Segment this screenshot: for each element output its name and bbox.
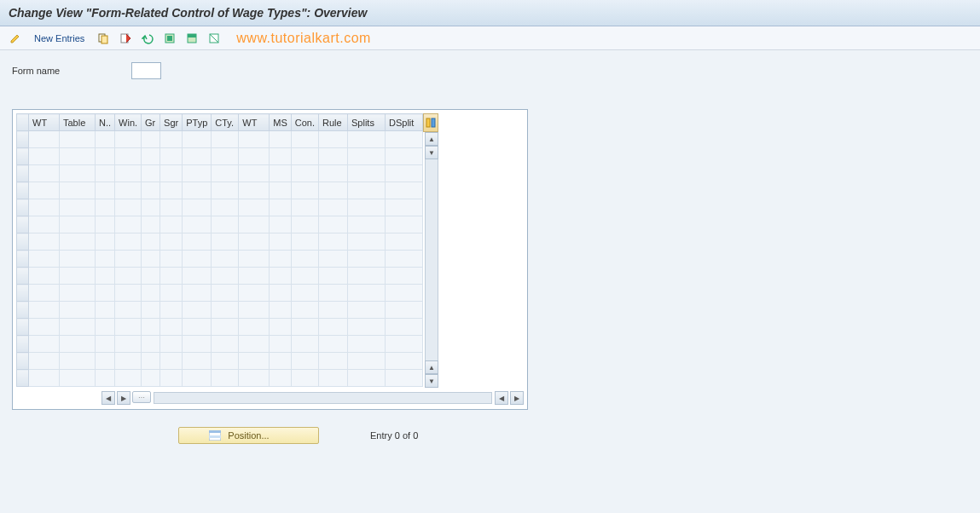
cell[interactable] (183, 319, 212, 336)
row-selector[interactable] (17, 131, 29, 148)
col-splits-12[interactable]: Splits (348, 114, 386, 131)
cell[interactable] (115, 131, 142, 148)
cell[interactable] (319, 302, 348, 319)
new-entries-button[interactable]: New Entries (29, 32, 90, 45)
table-row[interactable] (17, 233, 423, 251)
cell[interactable] (160, 251, 183, 268)
cell[interactable] (115, 251, 142, 268)
cell[interactable] (96, 319, 115, 336)
scroll-right-icon[interactable]: ▶ (510, 391, 524, 405)
cell[interactable] (291, 251, 318, 268)
select-all-icon[interactable] (161, 30, 178, 47)
cell[interactable] (96, 370, 115, 387)
cell[interactable] (60, 302, 96, 319)
cell[interactable] (291, 233, 318, 251)
cell[interactable] (96, 216, 115, 233)
cell[interactable] (60, 182, 96, 199)
cell[interactable] (183, 285, 212, 302)
cell[interactable] (60, 319, 96, 336)
cell[interactable] (183, 233, 212, 251)
cell[interactable] (239, 370, 270, 387)
table-row[interactable] (17, 182, 423, 199)
cell[interactable] (270, 131, 292, 148)
row-selector[interactable] (17, 302, 29, 319)
cell[interactable] (270, 148, 292, 165)
cell[interactable] (142, 165, 160, 182)
col-n-2[interactable]: N.. (96, 114, 115, 131)
cell[interactable] (386, 268, 423, 285)
cell[interactable] (96, 131, 115, 148)
cell[interactable] (142, 336, 160, 353)
cell[interactable] (319, 165, 348, 182)
cell[interactable] (212, 233, 239, 251)
cell[interactable] (291, 336, 318, 353)
cell[interactable] (29, 319, 60, 336)
cell[interactable] (160, 131, 183, 148)
cell[interactable] (183, 148, 212, 165)
cell[interactable] (160, 268, 183, 285)
cell[interactable] (386, 353, 423, 370)
cell[interactable] (291, 165, 318, 182)
cell[interactable] (60, 268, 96, 285)
undo-icon[interactable] (139, 30, 156, 47)
cell[interactable] (29, 353, 60, 370)
cell[interactable] (60, 370, 96, 387)
cell[interactable] (29, 131, 60, 148)
cell[interactable] (29, 165, 60, 182)
cell[interactable] (291, 268, 318, 285)
cell[interactable] (270, 353, 292, 370)
cell[interactable] (319, 233, 348, 251)
cell[interactable] (160, 302, 183, 319)
cell[interactable] (319, 148, 348, 165)
cell[interactable] (160, 370, 183, 387)
cell[interactable] (29, 182, 60, 199)
cell[interactable] (270, 233, 292, 251)
cell[interactable] (60, 251, 96, 268)
cell[interactable] (386, 319, 423, 336)
cell[interactable] (160, 182, 183, 199)
cell[interactable] (212, 302, 239, 319)
cell[interactable] (96, 165, 115, 182)
position-button[interactable]: Position... (178, 427, 319, 444)
cell[interactable] (160, 336, 183, 353)
cell[interactable] (183, 353, 212, 370)
vertical-scrollbar[interactable]: ▲ ▼ ▲ ▼ (425, 132, 438, 388)
cell[interactable] (96, 336, 115, 353)
cell[interactable] (142, 182, 160, 199)
table-row[interactable] (17, 302, 423, 319)
delete-icon[interactable] (117, 30, 134, 47)
cell[interactable] (319, 353, 348, 370)
cell[interactable] (183, 165, 212, 182)
cell[interactable] (96, 353, 115, 370)
cell[interactable] (386, 199, 423, 216)
scroll-left-step-icon[interactable]: ◀ (495, 391, 508, 405)
cell[interactable] (239, 233, 270, 251)
cell[interactable] (239, 302, 270, 319)
table-row[interactable] (17, 251, 423, 268)
cell[interactable] (160, 148, 183, 165)
cell[interactable] (270, 199, 292, 216)
cell[interactable] (115, 268, 142, 285)
cell[interactable] (386, 370, 423, 387)
cell[interactable] (319, 268, 348, 285)
row-selector[interactable] (17, 370, 29, 387)
cell[interactable] (386, 251, 423, 268)
deselect-icon[interactable] (206, 30, 223, 47)
table-row[interactable] (17, 165, 423, 182)
cell[interactable] (319, 199, 348, 216)
cell[interactable] (96, 285, 115, 302)
col-wt-0[interactable]: WT (29, 114, 60, 131)
cell[interactable] (29, 370, 60, 387)
cell[interactable] (270, 251, 292, 268)
cell[interactable] (348, 216, 386, 233)
cell[interactable] (239, 182, 270, 199)
cell[interactable] (115, 319, 142, 336)
cell[interactable] (29, 251, 60, 268)
cell[interactable] (142, 370, 160, 387)
cell[interactable] (239, 131, 270, 148)
cell[interactable] (183, 251, 212, 268)
cell[interactable] (348, 148, 386, 165)
hscroll-track[interactable] (154, 392, 492, 404)
row-selector[interactable] (17, 148, 29, 165)
cell[interactable] (348, 233, 386, 251)
